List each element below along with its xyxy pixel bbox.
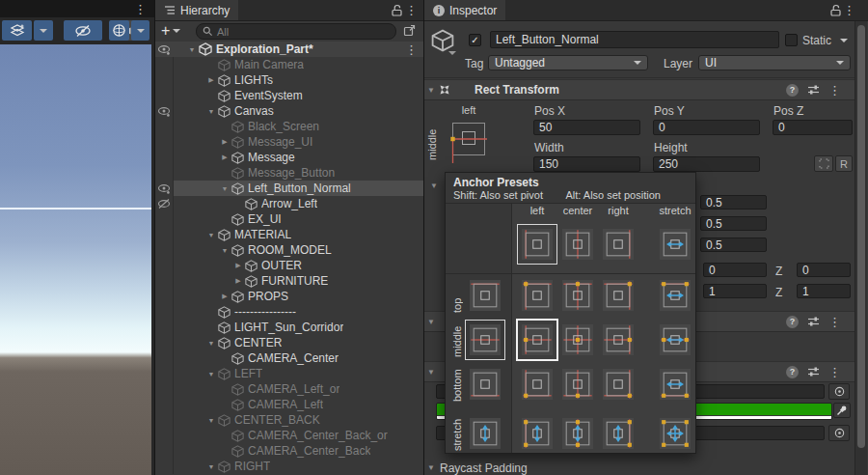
component-kebab-icon[interactable]: ⋮ xyxy=(828,366,841,378)
tab-inspector[interactable]: i Inspector xyxy=(424,0,505,20)
hierarchy-item[interactable]: LIGHT_Sun_Corridor xyxy=(155,320,423,335)
anchor-preset-left-bottom[interactable] xyxy=(521,368,554,401)
foldout-arrow[interactable]: ▼ xyxy=(218,185,231,192)
gameobject-cube-icon[interactable] xyxy=(431,29,454,52)
anchor-preset-right-top[interactable] xyxy=(602,279,635,312)
hierarchy-item[interactable]: ▶OUTER xyxy=(155,258,423,273)
gizmo-dropdown-button[interactable] xyxy=(131,20,149,41)
hierarchy-item[interactable]: ▶Message_UI xyxy=(155,134,423,150)
new-window-icon[interactable] xyxy=(403,24,416,37)
layers-button[interactable] xyxy=(2,20,32,41)
pos-x-input[interactable]: 50 xyxy=(533,120,640,135)
hierarchy-item[interactable]: EX_UI xyxy=(155,211,423,227)
anchor-preset-col-left[interactable] xyxy=(521,228,554,261)
layer-dropdown[interactable]: UI xyxy=(698,55,851,70)
raw-edit-button[interactable]: R xyxy=(835,155,853,172)
scale-y-input[interactable]: 1 xyxy=(703,284,767,298)
anchor-preset-stretch-bottom[interactable] xyxy=(659,368,692,401)
anchor-preset-stretch-stretch[interactable] xyxy=(659,417,692,450)
help-icon[interactable]: ? xyxy=(786,316,799,328)
scrollbar-thumb[interactable] xyxy=(857,25,865,448)
object-picker-button[interactable] xyxy=(828,383,850,400)
foldout-arrow[interactable]: ▼ xyxy=(204,463,218,470)
gizmo-button[interactable] xyxy=(109,20,129,41)
anchor-preset-stretch-top[interactable] xyxy=(659,279,692,312)
anchor-preset-center-stretch[interactable] xyxy=(561,417,594,450)
lock-icon[interactable] xyxy=(392,4,402,16)
anchor-preset-row-stretch[interactable] xyxy=(469,417,502,450)
anchor-preset-right-bottom[interactable] xyxy=(602,368,635,401)
hierarchy-item[interactable]: ▶PROPS xyxy=(155,289,423,304)
foldout-arrow[interactable]: ▼ xyxy=(218,247,231,254)
presets-icon[interactable] xyxy=(807,84,820,96)
pos-z-input[interactable]: 0 xyxy=(773,120,853,135)
anchor-preview-widget[interactable] xyxy=(449,120,488,164)
anchor-preset-center-middle[interactable] xyxy=(561,323,594,356)
hierarchy-item[interactable]: Black_Screen xyxy=(155,119,423,134)
rotation-y-input[interactable]: 0 xyxy=(703,263,767,277)
scene-asset-row[interactable]: ▼ Exploration_Part* ⋮ xyxy=(155,42,423,57)
hierarchy-item[interactable]: ▼ROOM_MODEL xyxy=(155,242,423,258)
active-checkbox[interactable]: ✓ xyxy=(469,34,481,46)
static-checkbox[interactable] xyxy=(785,34,798,46)
foldout-arrow[interactable]: ▼ xyxy=(185,46,199,53)
hierarchy-item[interactable]: CAMERA_Left xyxy=(155,397,423,412)
hierarchy-item[interactable]: ---------------- xyxy=(155,304,423,320)
hierarchy-item[interactable]: CAMERA_Center xyxy=(155,350,423,366)
blueprint-mode-button[interactable] xyxy=(814,155,833,172)
foldout-arrow[interactable]: ▼ xyxy=(204,340,218,347)
anchor-preset-col-stretch[interactable] xyxy=(659,228,692,261)
scene-row-kebab-icon[interactable]: ⋮ xyxy=(405,43,418,56)
foldout-arrow[interactable]: ▶ xyxy=(204,76,218,84)
hierarchy-item[interactable]: CAMERA_Left_or xyxy=(155,381,423,397)
component-kebab-icon[interactable]: ⋮ xyxy=(828,316,841,328)
anchor-preset-right-middle[interactable] xyxy=(602,323,635,356)
height-input[interactable]: 250 xyxy=(653,156,760,172)
scene-menu-kebab-icon[interactable]: ⋮ xyxy=(134,3,147,15)
hierarchy-item[interactable]: EventSystem xyxy=(155,88,423,103)
add-gameobject-button[interactable]: + xyxy=(161,23,180,39)
layers-dropdown-button[interactable] xyxy=(34,20,53,41)
width-input[interactable]: 150 xyxy=(533,156,640,172)
anchor-preset-col-center[interactable] xyxy=(561,228,594,261)
anchor-preset-stretch-middle[interactable] xyxy=(659,323,692,356)
hierarchy-item[interactable]: CAMERA_Center_Back_or xyxy=(155,428,423,443)
hierarchy-item[interactable]: ▼Left_Button_Normal xyxy=(155,181,423,196)
hierarchy-item[interactable]: ▼MATERIAL xyxy=(155,227,423,242)
scene-visibility-button[interactable] xyxy=(64,20,102,41)
anchor-preset-center-bottom[interactable] xyxy=(561,368,594,401)
anchor-preset-left-middle[interactable] xyxy=(521,323,554,356)
rect-transform-header[interactable]: ▼ Rect Transform ? ⋮ xyxy=(424,79,854,100)
eye-icon[interactable] xyxy=(155,181,174,196)
foldout-arrow[interactable]: ▶ xyxy=(218,154,231,161)
anchor-preset-row-middle[interactable] xyxy=(469,323,502,356)
foldout-arrow[interactable]: ▼ xyxy=(424,368,438,377)
foldout-arrow[interactable]: ▶ xyxy=(218,138,231,146)
foldout-arrow[interactable]: ▼ xyxy=(424,318,438,326)
tag-dropdown[interactable]: Untagged xyxy=(488,55,648,70)
anchor-preset-right-stretch[interactable] xyxy=(602,417,635,450)
component-kebab-icon[interactable]: ⋮ xyxy=(828,84,841,97)
eyedropper-button[interactable] xyxy=(833,403,851,418)
hierarchy-item[interactable]: ▼RIGHT xyxy=(155,459,423,474)
inspector-scrollbar[interactable] xyxy=(854,21,867,475)
foldout-arrow[interactable]: ▼ xyxy=(424,86,438,95)
scale-z-input[interactable]: 1 xyxy=(797,284,851,298)
eye-icon[interactable] xyxy=(155,44,173,55)
gameobject-name-field[interactable]: Left_Button_Normal xyxy=(490,31,779,48)
hierarchy-item[interactable]: CAMERA_Center_Back xyxy=(155,443,423,459)
foldout-arrow[interactable]: ▼ xyxy=(204,417,218,424)
scene-viewport[interactable] xyxy=(0,44,151,475)
eye-icon[interactable] xyxy=(155,103,174,119)
presets-icon[interactable] xyxy=(807,366,820,377)
pivot-y-input[interactable]: 0.5 xyxy=(700,238,767,252)
anchors-min-y-input[interactable]: 0.5 xyxy=(700,195,767,210)
lock-icon[interactable] xyxy=(830,4,841,16)
hierarchy-item[interactable]: Message_Button xyxy=(155,165,423,181)
hierarchy-item[interactable]: ▼Canvas xyxy=(155,103,423,119)
foldout-arrow[interactable]: ▼ xyxy=(204,371,218,377)
hierarchy-item[interactable]: Main Camera xyxy=(155,57,423,72)
foldout-arrow[interactable]: ▶ xyxy=(231,277,245,285)
static-dropdown-icon[interactable] xyxy=(840,39,848,42)
foldout-arrow[interactable]: ▼ xyxy=(204,108,218,115)
